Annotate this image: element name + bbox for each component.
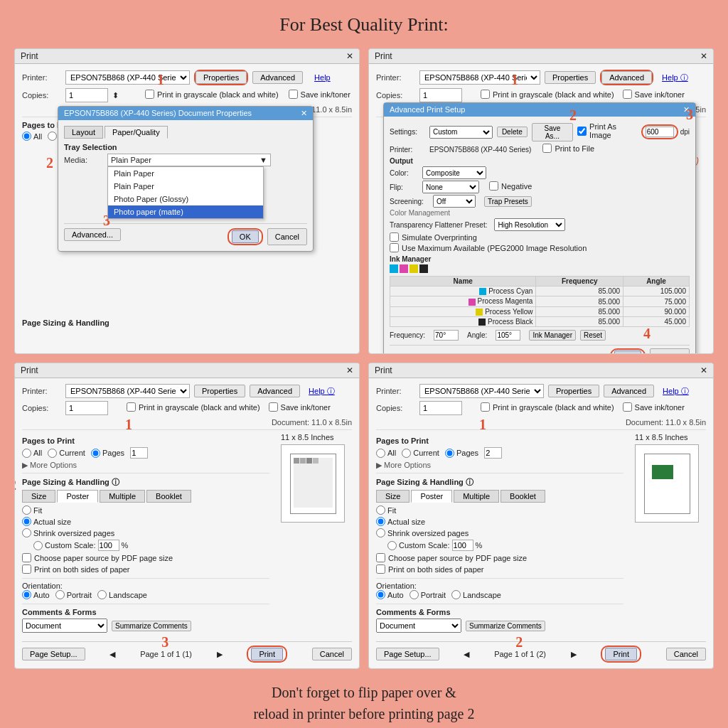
comments-select-br[interactable]: Document	[376, 619, 461, 633]
grayscale-check-tl[interactable]	[145, 90, 154, 99]
radio-pages-br[interactable]: Pages	[445, 449, 478, 458]
copies-spinner-tl[interactable]: ⬍	[112, 91, 127, 100]
multiple-tab-br[interactable]: Multiple	[454, 490, 499, 503]
close-icon-tr[interactable]: ✕	[700, 51, 707, 61]
prev-arrow-br[interactable]: ◀	[464, 650, 469, 659]
advanced-btn-inner-tl[interactable]: Advanced...	[64, 228, 121, 241]
media-option-plain1-tl[interactable]: Plain Paper	[108, 167, 263, 180]
prev-arrow-bl[interactable]: ◀	[109, 650, 115, 659]
negative-tr[interactable]: Negative	[489, 181, 532, 191]
more-options-br[interactable]: ▶ More Options	[376, 461, 623, 470]
help-link-br[interactable]: Help ⓘ	[663, 386, 689, 397]
radio-current-bl[interactable]: Current	[48, 449, 85, 458]
comments-select-bl[interactable]: Document	[22, 619, 107, 633]
cancel-btn-br[interactable]: Cancel	[666, 648, 706, 660]
page-setup-btn-br[interactable]: Page Setup...	[376, 648, 439, 660]
copies-input-bl[interactable]	[65, 401, 108, 415]
summarize-btn-br[interactable]: Summarize Comments	[466, 621, 545, 631]
choose-pdf-br[interactable]: Choose paper source by PDF page size	[376, 553, 623, 562]
size-tab-br[interactable]: Size	[376, 490, 410, 503]
poster-tab-br[interactable]: Poster	[411, 490, 452, 503]
close-icon-tl[interactable]: ✕	[346, 51, 353, 61]
radio-all-br[interactable]: All	[376, 449, 396, 458]
shrink-radio-br[interactable]: Shrink oversized pages	[376, 528, 469, 537]
custom-scale-radio-br[interactable]: Custom Scale:	[387, 541, 450, 550]
inner-close-icon-tl[interactable]: ✕	[301, 109, 307, 118]
booklet-tab-br[interactable]: Booklet	[500, 490, 545, 503]
actual-radio-bl[interactable]: Actual size	[22, 517, 71, 526]
printer-select-br[interactable]: EPSON75B868 (XP-440 Series)	[419, 384, 544, 398]
shrink-radio-bl[interactable]: Shrink oversized pages	[22, 528, 114, 537]
ok-btn-advanced-tr[interactable]: OK	[614, 350, 641, 354]
sim-overprint-tr[interactable]: Simulate Overprinting	[390, 232, 690, 242]
advanced-btn-tr[interactable]: Advanced	[601, 71, 652, 84]
custom-scale-input-bl[interactable]	[98, 540, 119, 551]
media-dropdown-header-tl[interactable]: Plain Paper ▼	[107, 154, 271, 166]
cancel-btn-bl[interactable]: Cancel	[312, 648, 352, 660]
print-both-br[interactable]: Print on both sides of paper	[376, 564, 623, 574]
radio-current-br[interactable]: Current	[402, 449, 439, 458]
print-btn-bl[interactable]: Print	[251, 648, 283, 660]
custom-scale-radio-bl[interactable]: Custom Scale:	[33, 541, 96, 550]
radio-all-bl[interactable]: All	[22, 449, 42, 458]
color-select-tr[interactable]: Composite	[422, 166, 486, 179]
flip-select-tr[interactable]: None	[422, 181, 479, 193]
multiple-tab-bl[interactable]: Multiple	[100, 490, 145, 503]
settings-select-tr[interactable]: Custom	[429, 126, 493, 139]
auto-radio-bl[interactable]: Auto	[22, 590, 50, 599]
size-tab-bl[interactable]: Size	[22, 490, 55, 503]
custom-scale-input-br[interactable]	[452, 540, 473, 551]
landscape-radio-br[interactable]: Landscape	[451, 590, 501, 599]
printer-select-bl[interactable]: EPSON75B868 (XP-440 Series)	[65, 384, 190, 398]
radio-all-tl[interactable]: All	[22, 132, 42, 141]
saveink-check-tl[interactable]	[289, 90, 298, 99]
close-icon-bl[interactable]: ✕	[346, 365, 353, 375]
print-both-bl[interactable]: Print on both sides of paper	[22, 564, 269, 574]
advanced-btn-br[interactable]: Advanced	[604, 385, 654, 397]
grayscale-bl[interactable]: Print in grayscale (black and white)	[127, 402, 260, 412]
copies-input-br[interactable]	[419, 401, 462, 415]
next-arrow-bl[interactable]: ▶	[217, 650, 223, 659]
printtofile-tr[interactable]: Print to File	[542, 144, 594, 153]
auto-radio-br[interactable]: Auto	[376, 590, 404, 599]
grayscale-check-tr[interactable]	[481, 90, 490, 99]
page-setup-btn-bl[interactable]: Page Setup...	[22, 648, 85, 660]
radio-pages-bl[interactable]: Pages	[91, 449, 124, 458]
cancel-btn-inner-tl[interactable]: Cancel	[267, 228, 307, 245]
printer-select-tr[interactable]: EPSON75B868 (XP-440 Series)	[419, 70, 540, 85]
help-link-tr[interactable]: Help ⓘ	[662, 73, 688, 83]
saveas-btn-tr[interactable]: Save As...	[532, 123, 573, 141]
copies-input-tr[interactable]	[419, 88, 462, 102]
media-option-plain2-tl[interactable]: Plain Paper	[108, 180, 263, 193]
saveink-bl[interactable]: Save ink/toner	[269, 402, 331, 412]
saveink-check-tr[interactable]	[623, 90, 632, 99]
portrait-radio-br[interactable]: Portrait	[410, 590, 446, 599]
grayscale-label-tl[interactable]: Print in grayscale (black and white)	[145, 90, 279, 99]
advanced-btn-bl[interactable]: Advanced	[250, 385, 300, 397]
grayscale-tr[interactable]: Print in grayscale (black and white)	[481, 90, 614, 99]
saveink-label-tl[interactable]: Save ink/toner	[289, 90, 350, 99]
ok-btn-inner-tl[interactable]: OK	[232, 230, 259, 243]
close-icon-br[interactable]: ✕	[700, 365, 707, 375]
more-options-bl[interactable]: ▶ More Options	[22, 461, 269, 470]
portrait-radio-bl[interactable]: Portrait	[55, 590, 92, 599]
landscape-radio-bl[interactable]: Landscape	[97, 590, 147, 599]
choose-pdf-bl[interactable]: Choose paper source by PDF page size	[22, 553, 269, 562]
saveink-br[interactable]: Save ink/toner	[623, 402, 685, 412]
print-btn-br[interactable]: Print	[605, 648, 637, 660]
trap-presets-btn-tr[interactable]: Trap Presets	[484, 196, 532, 207]
booklet-tab-bl[interactable]: Booklet	[146, 490, 191, 503]
saveink-tr[interactable]: Save ink/toner	[623, 90, 685, 99]
tab-layout-tl[interactable]: Layout	[64, 126, 103, 139]
actual-radio-br[interactable]: Actual size	[376, 517, 425, 526]
reset-btn-tr[interactable]: Reset	[580, 330, 606, 341]
tab-paperquality-tl[interactable]: Paper/Quality	[105, 126, 168, 139]
properties-btn-bl[interactable]: Properties	[194, 385, 245, 397]
pages-value-bl[interactable]	[130, 447, 148, 459]
freq-input-tr[interactable]	[434, 330, 459, 341]
summarize-btn-bl[interactable]: Summarize Comments	[112, 621, 191, 631]
help-link-tl[interactable]: Help	[314, 73, 331, 82]
advanced-button-tl[interactable]: Advanced	[252, 71, 303, 84]
poster-tab-bl[interactable]: Poster	[57, 490, 98, 503]
dpi-input-tr[interactable]	[646, 127, 674, 137]
